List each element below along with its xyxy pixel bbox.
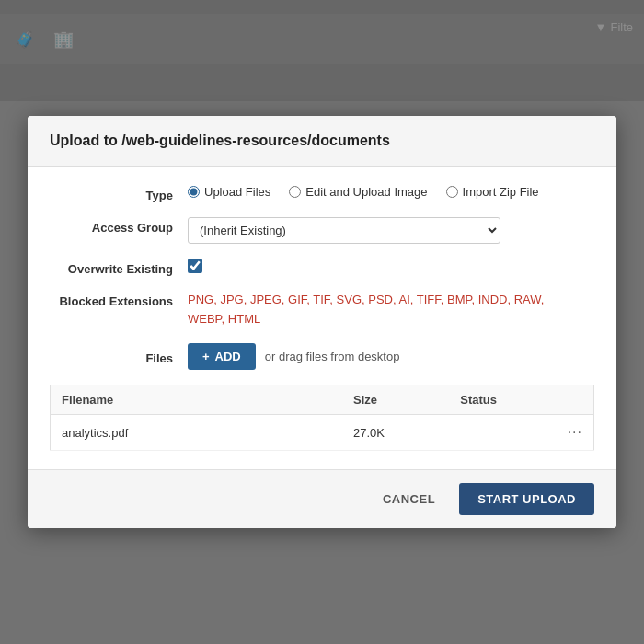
modal-dialog: Upload to /web-guidelines-resources/docu… — [28, 116, 616, 529]
radio-edit-upload-input[interactable] — [289, 186, 301, 198]
file-actions: ··· — [557, 415, 594, 451]
type-options: Upload Files Edit and Upload Image Impor… — [188, 185, 594, 199]
file-table-header: Filename Size Status — [51, 385, 594, 415]
modal-title: Upload to /web-guidelines-resources/docu… — [50, 132, 594, 149]
file-actions-button[interactable]: ··· — [568, 424, 582, 441]
access-group-label: Access Group — [50, 217, 188, 235]
modal-overlay: Upload to /web-guidelines-resources/docu… — [0, 0, 644, 644]
col-filename-header: Filename — [51, 385, 343, 415]
add-button-label: ADD — [215, 350, 241, 363]
overwrite-checkbox[interactable] — [188, 259, 202, 273]
files-row: Files + ADD or drag files from desktop — [50, 343, 594, 370]
file-filename: analytics.pdf — [51, 415, 343, 451]
col-status-header: Status — [449, 385, 556, 415]
type-row: Type Upload Files Edit and Upload Image … — [50, 185, 594, 202]
radio-upload-files-input[interactable] — [188, 186, 200, 198]
access-group-select[interactable]: (Inherit Existing) — [188, 217, 500, 244]
file-table: Filename Size Status analytics.pdf 27.0K… — [50, 385, 594, 451]
cancel-button[interactable]: CANCEL — [366, 483, 452, 515]
radio-import-zip[interactable]: Import Zip File — [446, 185, 539, 199]
file-table-body: analytics.pdf 27.0K ··· — [51, 415, 594, 451]
file-table-header-row: Filename Size Status — [51, 385, 594, 415]
files-label: Files — [50, 348, 188, 365]
radio-edit-upload[interactable]: Edit and Upload Image — [289, 185, 427, 199]
drag-text: or drag files from desktop — [265, 350, 400, 363]
file-size: 27.0K — [342, 415, 449, 451]
overwrite-control — [188, 259, 594, 273]
blocked-extensions-text: PNG, JPG, JPEG, GIF, TIF, SVG, PSD, AI, … — [188, 291, 583, 329]
radio-upload-files[interactable]: Upload Files — [188, 185, 270, 199]
col-actions-header — [557, 385, 594, 415]
access-group-control: (Inherit Existing) — [188, 217, 594, 244]
radio-import-zip-label: Import Zip File — [463, 185, 539, 199]
blocked-label: Blocked Extensions — [50, 291, 188, 308]
table-row: analytics.pdf 27.0K ··· — [51, 415, 594, 451]
blocked-extensions-row: Blocked Extensions PNG, JPG, JPEG, GIF, … — [50, 291, 594, 329]
radio-upload-files-label: Upload Files — [204, 185, 270, 199]
overwrite-label: Overwrite Existing — [50, 259, 188, 276]
access-group-row: Access Group (Inherit Existing) — [50, 217, 594, 244]
overwrite-row: Overwrite Existing — [50, 259, 594, 276]
modal-body: Type Upload Files Edit and Upload Image … — [28, 167, 616, 470]
blocked-extensions-control: PNG, JPG, JPEG, GIF, TIF, SVG, PSD, AI, … — [188, 291, 594, 329]
type-label: Type — [50, 185, 188, 202]
modal-header: Upload to /web-guidelines-resources/docu… — [28, 116, 616, 167]
modal-footer: CANCEL START UPLOAD — [28, 469, 616, 528]
plus-icon: + — [202, 350, 210, 363]
files-control: + ADD or drag files from desktop — [188, 343, 594, 370]
col-size-header: Size — [342, 385, 449, 415]
start-upload-button[interactable]: START UPLOAD — [459, 483, 594, 515]
add-button[interactable]: + ADD — [188, 343, 256, 370]
radio-import-zip-input[interactable] — [446, 186, 458, 198]
file-status — [449, 415, 556, 451]
radio-edit-upload-label: Edit and Upload Image — [305, 185, 427, 199]
